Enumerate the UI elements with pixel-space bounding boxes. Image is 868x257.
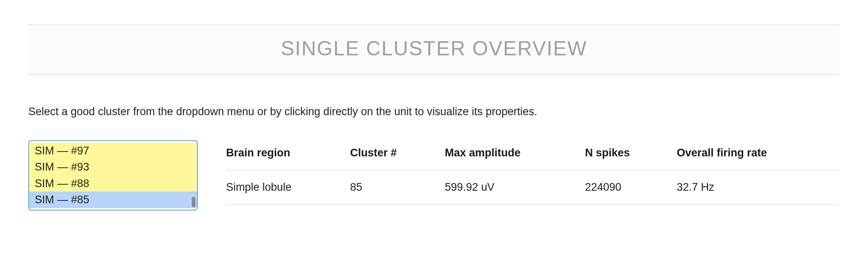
cell-firing-rate: 32.7 Hz (677, 170, 840, 204)
col-cluster-num: Cluster # (350, 140, 444, 170)
cluster-option[interactable]: SIM — #97 (29, 143, 197, 159)
col-n-spikes: N spikes (585, 140, 677, 170)
scrollbar-thumb[interactable] (192, 197, 195, 207)
col-brain-region: Brain region (226, 140, 350, 170)
col-max-amplitude: Max amplitude (445, 140, 585, 170)
cell-cluster-num: 85 (350, 170, 444, 204)
instruction-text: Select a good cluster from the dropdown … (28, 105, 840, 118)
table-row: Simple lobule 85 599.92 uV 224090 32.7 H… (226, 170, 840, 204)
col-firing-rate: Overall firing rate (677, 140, 840, 170)
cluster-listbox[interactable]: SIM — #97 SIM — #93 SIM — #88 SIM — #85 (28, 140, 198, 211)
table-header-row: Brain region Cluster # Max amplitude N s… (226, 140, 840, 170)
properties-table: Brain region Cluster # Max amplitude N s… (226, 140, 840, 205)
section-banner: SINGLE CLUSTER OVERVIEW (28, 24, 840, 75)
section-title: SINGLE CLUSTER OVERVIEW (28, 37, 840, 60)
cluster-option[interactable]: SIM — #93 (29, 159, 197, 175)
cell-brain-region: Simple lobule (226, 170, 350, 204)
cluster-option[interactable]: SIM — #88 (29, 175, 197, 192)
cluster-option-selected[interactable]: SIM — #85 (29, 192, 197, 208)
cell-max-amplitude: 599.92 uV (445, 170, 585, 204)
cell-n-spikes: 224090 (585, 170, 677, 204)
